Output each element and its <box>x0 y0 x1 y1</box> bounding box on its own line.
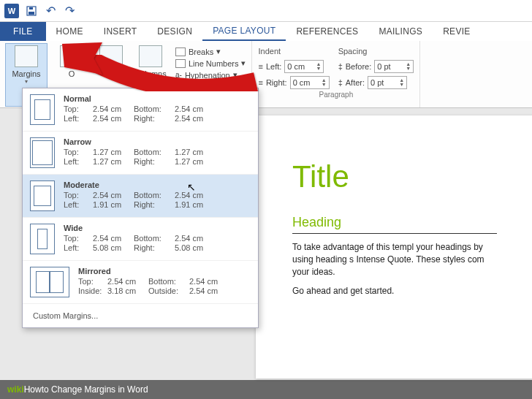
line-numbers-button[interactable]: Line Numbers ▾ <box>175 58 246 68</box>
tab-file[interactable]: FILE <box>0 22 46 41</box>
orientation-icon <box>60 45 83 67</box>
redo-icon[interactable]: ↷ <box>63 4 76 18</box>
spacing-before-label: Before: <box>346 62 371 71</box>
tab-design[interactable]: DESIGN <box>147 22 202 41</box>
chevron-down-icon: ▾ <box>149 78 152 85</box>
margin-option-narrow[interactable]: Narrow Top:1.27 cmBottom:1.27 cm Left:1.… <box>23 132 258 175</box>
paragraph-group-label: Paragraph <box>258 89 414 99</box>
spacing-after-input[interactable]: 0 pt▲▼ <box>368 76 407 89</box>
caption-bar: wikiHow to Change Margins in Word <box>0 380 532 399</box>
breaks-button[interactable]: Breaks ▾ <box>175 47 246 56</box>
spacing-header: Spacing <box>338 47 414 56</box>
line-numbers-label: Line Numbers <box>189 59 238 68</box>
margin-thumb-icon <box>30 224 55 254</box>
margins-dropdown: Normal Top:2.54 cmBottom:2.54 cm Left:2.… <box>22 88 259 328</box>
margin-thumb-icon <box>30 267 69 297</box>
hyphenation-button[interactable]: a-Hyphenation ▾ <box>175 70 246 80</box>
orientation-label: O <box>69 69 75 78</box>
word-app-icon: W <box>4 4 19 18</box>
indent-right-input[interactable]: 0 cm▲▼ <box>290 76 330 89</box>
svg-rect-2 <box>29 7 33 10</box>
margin-option-mirrored[interactable]: Mirrored Top:2.54 cmBottom:2.54 cm Insid… <box>23 261 258 304</box>
chevron-down-icon: ▾ <box>216 47 221 56</box>
doc-paragraph: To take advantage of this templ your hea… <box>292 241 497 278</box>
margin-thumb-icon <box>30 180 55 211</box>
tab-insert[interactable]: INSERT <box>94 22 148 41</box>
doc-paragraph: Go ahead and get started. <box>292 285 497 297</box>
tab-references[interactable]: REFERENCES <box>286 22 368 41</box>
indent-left-label: Left: <box>266 62 281 71</box>
margin-option-normal[interactable]: Normal Top:2.54 cmBottom:2.54 cm Left:2.… <box>23 88 258 132</box>
breaks-label: Breaks <box>189 48 213 56</box>
chevron-down-icon: ▾ <box>241 58 246 68</box>
indent-right-label: Right: <box>266 78 287 87</box>
undo-icon[interactable]: ↶ <box>44 4 57 18</box>
document-page: Title Heading To take advantage of this … <box>256 115 532 379</box>
tab-review[interactable]: REVIE <box>433 22 481 41</box>
columns-label: Columns <box>134 69 166 78</box>
hyphenation-icon: a- <box>175 71 182 79</box>
save-icon[interactable] <box>25 4 38 18</box>
chevron-down-icon: ▾ <box>233 70 238 80</box>
columns-icon <box>139 45 162 67</box>
indent-left-input[interactable]: 0 cm▲▼ <box>284 60 324 73</box>
tab-mailings[interactable]: MAILINGS <box>368 22 433 41</box>
doc-heading: Heading <box>292 215 497 234</box>
footer-how: How <box>24 384 42 395</box>
custom-margins-item[interactable]: Custom Margins... <box>23 304 258 327</box>
tab-page-layout[interactable]: PAGE LAYOUT <box>202 22 286 41</box>
doc-title: Title <box>292 159 497 194</box>
spacing-before-input[interactable]: 0 pt▲▼ <box>374 60 414 73</box>
breaks-icon <box>175 48 186 56</box>
margin-option-moderate[interactable]: Moderate Top:2.54 cmBottom:2.54 cm Left:… <box>23 175 258 218</box>
svg-rect-1 <box>28 12 34 15</box>
tab-home[interactable]: HOME <box>46 22 94 41</box>
title-bar: W ↶ ↷ <box>0 0 532 22</box>
hyphenation-label: Hyphenation <box>185 71 230 80</box>
margin-option-wide[interactable]: Wide Top:2.54 cmBottom:2.54 cm Left:5.08… <box>23 218 258 261</box>
brand-label: wiki <box>7 384 24 395</box>
spacing-after-label: After: <box>346 78 365 87</box>
chevron-down-icon: ▾ <box>25 78 28 85</box>
footer-text: to Change Margins in Word <box>42 384 148 395</box>
spacing-before-icon: ‡ <box>338 62 343 71</box>
spacing-after-icon: ‡ <box>338 78 343 87</box>
indent-left-icon: ≡ <box>258 62 262 71</box>
size-icon <box>99 45 123 67</box>
indent-header: Indent <box>258 47 329 56</box>
ribbon-tabs: FILE HOME INSERT DESIGN PAGE LAYOUT REFE… <box>0 22 532 41</box>
margin-thumb-icon <box>30 94 55 125</box>
indent-right-icon: ≡ <box>258 78 262 87</box>
margins-icon <box>15 45 38 67</box>
line-numbers-icon <box>175 59 186 68</box>
margin-thumb-icon <box>30 137 55 168</box>
margins-label: Margins <box>12 69 40 78</box>
